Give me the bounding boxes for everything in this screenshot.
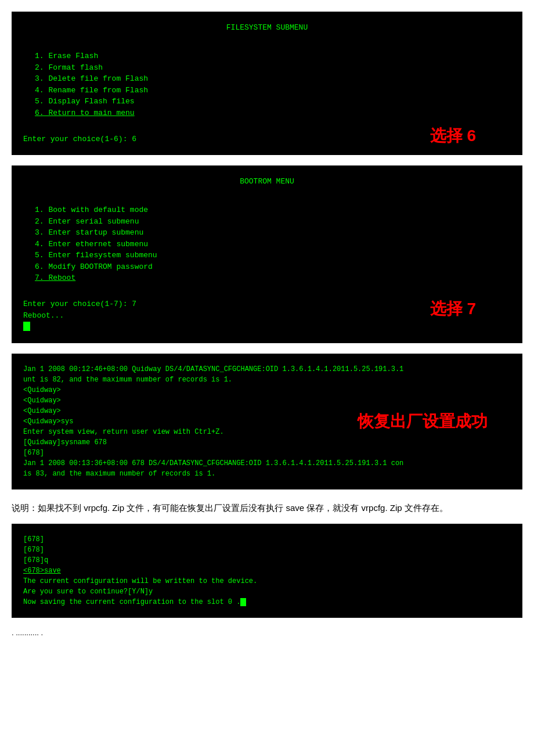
choice-prompt-2: Enter your choice(1-7): 7 选择 7 xyxy=(23,298,511,310)
bootrom-item-2: 2. Enter serial submenu xyxy=(35,216,511,228)
reboot-cursor xyxy=(23,322,30,331)
save-line-2: [678] xyxy=(23,545,511,555)
save-cursor xyxy=(240,598,246,606)
note-section: 说明：如果找不到 vrpcfg. Zip 文件，有可能在恢复出厂设置后没有执行 … xyxy=(12,500,522,516)
save-config-terminal: [678] [678] [678]q <678>save The current… xyxy=(12,524,522,618)
filesystem-submenu-terminal: FILESYSTEM SUBMENU 1. Erase Flash 2. For… xyxy=(12,12,522,155)
menu-item-5: 5. Display Flash files xyxy=(35,96,511,107)
bootrom-item-1: 1. Boot with default mode xyxy=(35,204,511,216)
log-line-10: Jan 1 2008 00:13:36+08:00 678 DS/4/DATAS… xyxy=(23,458,511,469)
save-line-6: Are you sure to continue?[Y/N]y xyxy=(23,586,511,597)
bootrom-item-3: 3. Enter startup submenu xyxy=(35,227,511,239)
save-line-1: [678] xyxy=(23,534,511,545)
log-line-8: [Quidway]sysname 678 xyxy=(23,437,511,448)
bootrom-menu-terminal: BOOTROM MENU 1. Boot with default mode 2… xyxy=(12,165,522,343)
save-line-5: The current configuration will be writte… xyxy=(23,576,511,586)
bootrom-title: BOOTROM MENU xyxy=(23,176,511,188)
footer-text: . ........... . xyxy=(12,628,522,637)
menu-item-4: 4. Rename file from Flash xyxy=(35,85,511,96)
bootrom-item-7: 7. Reboot xyxy=(35,272,511,284)
log-line-11: is 83, and the maximum number of records… xyxy=(23,469,511,479)
choice-label-1: 选择 6 xyxy=(430,124,476,148)
menu-item-1: 1. Erase Flash xyxy=(35,51,511,62)
save-line-3: [678]q xyxy=(23,555,511,566)
log-line-1: Jan 1 2008 00:12:46+08:00 Quidway DS/4/D… xyxy=(23,364,511,375)
choice-label-2: 选择 7 xyxy=(430,297,476,321)
bootrom-item-4: 4. Enter ethernet submenu xyxy=(35,239,511,250)
menu-item-3: 3. Delete file from Flash xyxy=(35,73,511,85)
factory-reset-terminal: Jan 1 2008 00:12:46+08:00 Quidway DS/4/D… xyxy=(12,354,522,489)
menu-item-2: 2. Format flash xyxy=(35,62,511,74)
filesystem-title: FILESYSTEM SUBMENU xyxy=(23,22,511,34)
log-line-2: unt is 82, and the maximum number of rec… xyxy=(23,375,511,385)
save-line-7: Now saving the current configuration to … xyxy=(23,597,511,607)
bootrom-item-5: 5. Enter filesystem submenu xyxy=(35,250,511,261)
save-line-4: <678>save xyxy=(23,566,511,576)
bootrom-item-6: 6. Modify BOOTROM password xyxy=(35,261,511,273)
log-line-4: <Quidway> xyxy=(23,395,511,406)
factory-reset-success-label: 恢复出厂设置成功 xyxy=(358,409,488,434)
log-line-9: [678] xyxy=(23,448,511,458)
log-line-3: <Quidway> xyxy=(23,385,511,395)
menu-item-6: 6. Return to main menu xyxy=(35,107,511,119)
